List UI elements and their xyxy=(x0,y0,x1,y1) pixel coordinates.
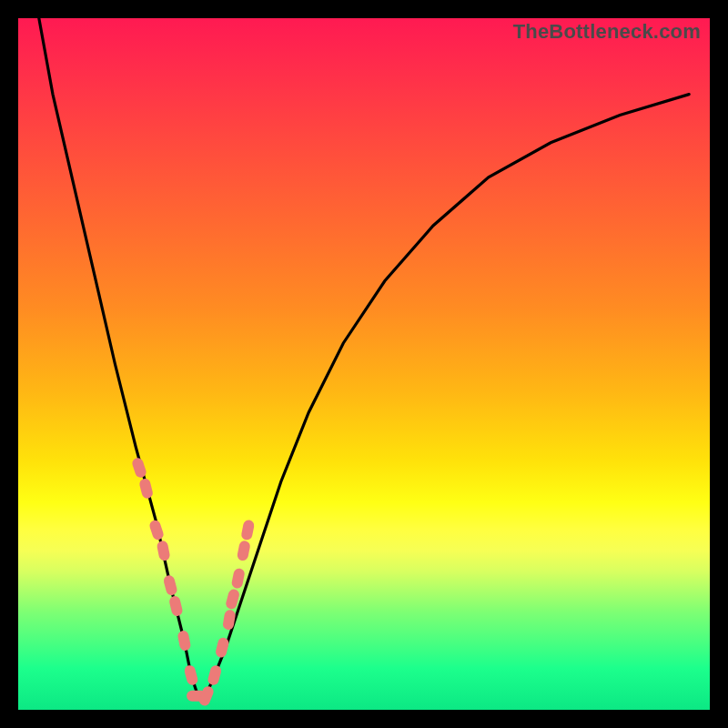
marker-group xyxy=(131,457,256,708)
bottleneck-curve-line xyxy=(39,18,689,696)
marker-dash xyxy=(237,540,251,561)
marker-dash xyxy=(177,630,191,652)
marker-dash xyxy=(215,636,230,658)
chart-svg xyxy=(18,18,710,710)
marker-dash xyxy=(163,574,178,596)
marker-dash xyxy=(207,664,222,686)
marker-dash xyxy=(222,609,236,631)
chart-frame: TheBottleneck.com xyxy=(0,0,728,728)
marker-dash xyxy=(138,478,154,500)
marker-dash xyxy=(148,519,165,541)
chart-plot-area: TheBottleneck.com xyxy=(18,18,710,710)
marker-dash xyxy=(240,519,255,541)
marker-dash xyxy=(157,540,171,561)
marker-dash xyxy=(168,595,184,617)
marker-dash xyxy=(231,568,246,590)
marker-dash xyxy=(183,664,198,686)
